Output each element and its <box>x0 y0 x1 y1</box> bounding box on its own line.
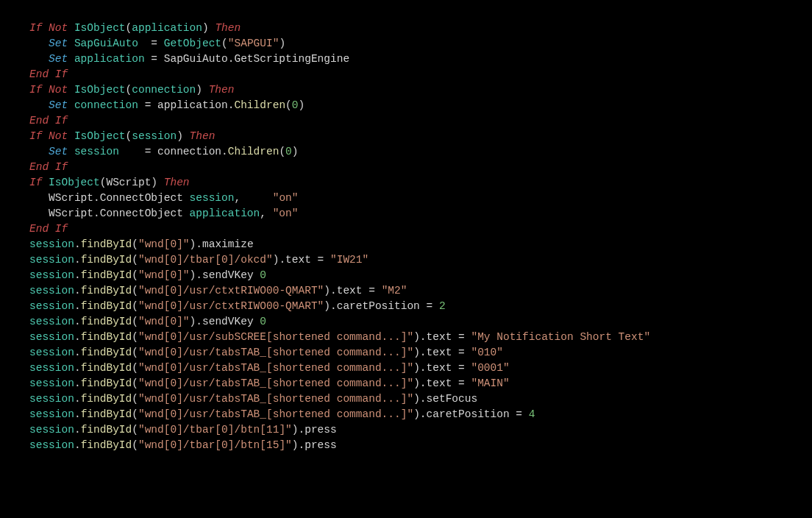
code-line: session.findById("wnd[0]/usr/subSCREE[sh… <box>29 330 783 345</box>
token-txt: ( <box>132 316 138 327</box>
token-txt: ).text = <box>413 362 471 374</box>
token-obj: application <box>74 53 145 65</box>
token-meth: findById <box>81 285 132 297</box>
token-txt <box>29 146 49 157</box>
token-obj: IsObject <box>74 22 126 34</box>
token-txt: , <box>234 192 272 204</box>
token-meth: Children <box>228 146 279 157</box>
token-txt <box>68 130 74 142</box>
code-line: session.findById("wnd[0]/usr/tabsTAB_[sh… <box>29 376 783 391</box>
token-kw-red: If <box>29 22 42 34</box>
code-block: If Not IsObject(application) Then Set Sa… <box>29 21 783 453</box>
token-obj: application <box>132 22 202 34</box>
token-obj: session <box>29 269 74 281</box>
code-line: If IsObject(WScript) Then <box>29 175 783 191</box>
token-txt: . <box>74 377 81 389</box>
token-obj: session <box>29 362 74 374</box>
token-kw-red: Then <box>209 84 235 96</box>
token-txt: ).text = <box>273 254 330 266</box>
token-txt: ).text = <box>413 347 471 358</box>
token-txt: = SapGuiAuto.GetScriptingEngine <box>145 53 349 65</box>
token-meth: findById <box>81 316 132 327</box>
code-line: Set SapGuiAuto = GetObject("SAPGUI") <box>29 36 783 52</box>
token-txt: = connection. <box>119 146 228 157</box>
token-obj: session <box>74 146 119 157</box>
code-line: session.findById("wnd[0]/usr/tabsTAB_[sh… <box>29 391 783 407</box>
token-obj: session <box>29 254 74 266</box>
code-line: session.findById("wnd[0]").sendVKey 0 <box>29 268 783 283</box>
token-txt: ( <box>279 146 285 157</box>
token-str: "wnd[0]/usr/tabsTAB_[shortened command..… <box>138 347 413 358</box>
token-kw-red: Then <box>164 177 190 188</box>
token-meth: findById <box>81 424 132 436</box>
token-str: "on" <box>273 192 299 204</box>
code-line: Set application = SapGuiAuto.GetScriptin… <box>29 52 783 67</box>
token-txt: ( <box>126 84 132 96</box>
code-line: WScript.ConnectObject session, "on" <box>29 191 783 206</box>
token-txt: ( <box>132 424 138 436</box>
token-kw-red: End <box>29 223 49 235</box>
token-kw-red: If <box>29 177 42 188</box>
token-obj: IsObject <box>74 84 126 96</box>
token-txt <box>68 53 74 65</box>
token-txt: ).maximize <box>190 238 254 250</box>
token-num: 0 <box>260 316 266 327</box>
token-kw-red: Not <box>49 22 68 34</box>
token-str: "wnd[0]/usr/subSCREE[shortened command..… <box>138 331 413 343</box>
token-txt <box>68 99 74 111</box>
token-str: "0001" <box>471 362 509 374</box>
token-meth: findById <box>81 331 132 343</box>
token-txt: ).caretPosition = <box>413 408 529 420</box>
token-txt: ( <box>221 38 228 49</box>
code-line: Set session = connection.Children(0) <box>29 144 783 160</box>
code-line: End If <box>29 221 783 237</box>
token-txt: . <box>74 331 81 343</box>
token-txt: ( <box>132 439 138 451</box>
token-meth: findById <box>81 254 132 266</box>
token-txt: . <box>74 285 81 297</box>
token-str: "IW21" <box>330 254 368 266</box>
token-txt: ).setFocus <box>413 393 477 405</box>
token-txt: ) <box>177 130 189 142</box>
token-kw-blue: Set <box>49 99 68 111</box>
token-meth: findById <box>81 300 132 312</box>
token-txt <box>42 84 49 96</box>
token-str: "wnd[0]/tbar[0]/btn[11]" <box>138 424 292 436</box>
token-txt: ) <box>202 22 215 34</box>
token-txt: . <box>74 238 81 250</box>
token-txt: . <box>74 316 81 327</box>
token-txt: WScript.ConnectObject <box>29 207 190 219</box>
token-meth: findById <box>81 347 132 358</box>
token-meth: Children <box>234 99 285 111</box>
token-txt: ).sendVKey <box>190 269 260 281</box>
token-obj: IsObject <box>74 130 126 142</box>
code-line: If Not IsObject(application) Then <box>29 21 783 36</box>
token-kw-red: End <box>29 68 49 80</box>
token-obj: session <box>190 192 235 204</box>
token-txt <box>29 38 49 49</box>
token-txt <box>49 223 55 235</box>
code-line: session.findById("wnd[0]/usr/tabsTAB_[sh… <box>29 407 783 422</box>
token-txt <box>42 130 49 142</box>
token-kw-red: If <box>55 161 68 173</box>
token-obj: GetObject <box>164 38 221 49</box>
token-txt: . <box>74 424 81 436</box>
token-obj: session <box>29 424 74 436</box>
token-obj: session <box>29 331 74 343</box>
token-str: "on" <box>273 207 299 219</box>
token-txt: ) <box>279 38 285 49</box>
token-txt <box>68 146 74 157</box>
token-obj: session <box>29 238 74 250</box>
token-obj: session <box>29 347 74 358</box>
token-obj: IsObject <box>49 177 100 188</box>
token-obj: session <box>29 300 74 312</box>
token-obj: session <box>29 377 74 389</box>
code-line: session.findById("wnd[0]/usr/ctxtRIWO00-… <box>29 299 783 314</box>
code-line: End If <box>29 67 783 82</box>
token-txt: ).text = <box>413 377 471 389</box>
token-meth: findById <box>81 393 132 405</box>
code-line: End If <box>29 113 783 129</box>
token-txt: . <box>74 347 81 358</box>
token-txt: ( <box>285 99 292 111</box>
token-str: "010" <box>471 347 503 358</box>
